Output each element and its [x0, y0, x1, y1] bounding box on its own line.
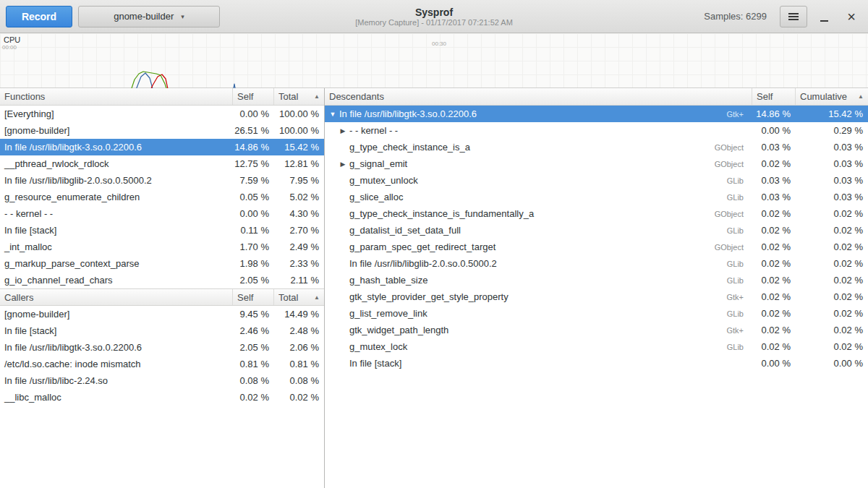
self-value: 0.11 %	[233, 225, 274, 236]
function-table-row[interactable]: g_io_channel_read_chars2.05 %2.11 %	[0, 272, 324, 288]
cumulative-value: 0.00 %	[796, 358, 868, 369]
function-table-row[interactable]: In file [stack]0.11 %2.70 %	[0, 222, 324, 239]
process-selector-dropdown[interactable]: gnome-builder ▾	[78, 6, 220, 27]
self-value: 7.59 %	[233, 175, 274, 186]
cumulative-value: 0.03 %	[796, 142, 868, 153]
descendant-table-row[interactable]: g_type_check_instance_is_fundamentally_a…	[325, 205, 868, 222]
cumulative-value: 0.02 %	[796, 208, 868, 219]
cpu-line-red	[61, 74, 239, 88]
cumulative-value: 0.02 %	[796, 291, 868, 302]
cumulative-value: 0.02 %	[796, 325, 868, 335]
caller-name: In file /usr/lib/libc-2.24.so	[0, 375, 233, 386]
samples-count: Samples: 6299	[704, 11, 774, 22]
cumulative-value: 0.29 %	[796, 125, 868, 136]
self-value: 0.03 %	[752, 142, 796, 153]
callers-table-header: Callers Self Total▲	[0, 288, 324, 306]
headerbar: Record gnome-builder ▾ Sysprof [Memory C…	[0, 0, 868, 33]
close-icon: ×	[847, 9, 856, 24]
descendant-table-row[interactable]: gtk_widget_path_lengthGtk+0.02 %0.02 %	[325, 322, 868, 338]
self-value: 0.02 %	[752, 291, 796, 302]
descendant-table-row[interactable]: g_datalist_id_set_data_fullGLib0.02 %0.0…	[325, 222, 868, 239]
content-panes: Functions Self Total▲ [Everything]0.00 %…	[0, 88, 868, 488]
caller-table-row[interactable]: /etc/ld.so.cache: inode mismatch0.81 %0.…	[0, 356, 324, 372]
column-header-functions[interactable]: Functions	[0, 88, 233, 105]
column-header-self[interactable]: Self	[752, 88, 796, 105]
descendant-table-row[interactable]: ▶- - kernel - -0.00 %0.29 %	[325, 122, 868, 139]
function-name: g_io_channel_read_chars	[0, 275, 233, 286]
self-value: 0.03 %	[752, 175, 796, 186]
descendant-name: g_type_check_instance_is_a	[348, 142, 715, 153]
total-value: 2.11 %	[274, 275, 324, 286]
right-pane: Descendants Self Cumulative▲ ▼In file /u…	[325, 88, 868, 488]
expander-collapsed-icon[interactable]: ▶	[338, 127, 348, 134]
window-title: Sysprof	[355, 6, 513, 17]
descendant-table-row[interactable]: g_hash_table_sizeGLib0.02 %0.02 %	[325, 272, 868, 288]
self-value: 14.86 %	[752, 108, 796, 119]
descendant-table-row[interactable]: gtk_style_provider_get_style_propertyGtk…	[325, 288, 868, 305]
descendant-table-row[interactable]: g_type_check_instance_is_aGObject0.03 %0…	[325, 139, 868, 155]
function-table-row[interactable]: In file /usr/lib/libgtk-3.so.0.2200.614.…	[0, 139, 324, 155]
close-button[interactable]: ×	[841, 6, 862, 27]
record-button[interactable]: Record	[6, 6, 72, 27]
library-category: GLib	[727, 226, 752, 235]
self-value: 0.05 %	[233, 192, 274, 202]
self-value: 14.86 %	[233, 142, 274, 153]
caller-table-row[interactable]: [gnome-builder]9.45 %14.49 %	[0, 306, 324, 322]
function-name: g_markup_parse_context_parse	[0, 258, 233, 269]
descendant-table-row[interactable]: g_slice_allocGLib0.03 %0.03 %	[325, 189, 868, 205]
descendant-table-row[interactable]: ▶g_signal_emitGObject0.02 %0.03 %	[325, 155, 868, 172]
total-value: 2.49 %	[274, 241, 324, 252]
descendant-name: gtk_widget_path_length	[348, 325, 726, 335]
function-table-row[interactable]: [Everything]0.00 %100.00 %	[0, 106, 324, 122]
function-name: [Everything]	[0, 108, 233, 119]
descendant-name: gtk_style_provider_get_style_property	[348, 291, 726, 302]
total-value: 0.08 %	[274, 375, 324, 386]
caller-table-row[interactable]: In file /usr/lib/libgtk-3.so.0.2200.62.0…	[0, 339, 324, 356]
time-tick-start: 00:00	[2, 44, 17, 51]
descendant-name: g_list_remove_link	[348, 308, 727, 319]
column-header-self[interactable]: Self	[233, 88, 274, 105]
function-name: _int_malloc	[0, 241, 233, 252]
column-header-cumulative[interactable]: Cumulative▲	[796, 88, 868, 105]
descendant-table-row[interactable]: In file /usr/lib/libglib-2.0.so.0.5000.2…	[325, 255, 868, 272]
descendant-table-row[interactable]: In file [stack]0.00 %0.00 %	[325, 355, 868, 372]
descendant-table-row[interactable]: g_list_remove_linkGLib0.02 %0.02 %	[325, 305, 868, 322]
caller-table-row[interactable]: In file [stack]2.46 %2.48 %	[0, 322, 324, 339]
library-category: Gtk+	[726, 110, 752, 119]
minimize-button[interactable]	[813, 6, 835, 27]
descendant-table-row[interactable]: g_mutex_unlockGLib0.03 %0.03 %	[325, 172, 868, 189]
function-table-row[interactable]: g_resource_enumerate_children0.05 %5.02 …	[0, 189, 324, 205]
library-category: GLib	[727, 260, 752, 268]
column-header-callers[interactable]: Callers	[0, 289, 233, 305]
function-table-row[interactable]: In file /usr/lib/libglib-2.0.so.0.5000.2…	[0, 172, 324, 189]
descendant-table-row[interactable]: g_mutex_lockGLib0.02 %0.02 %	[325, 338, 868, 355]
expander-collapsed-icon[interactable]: ▶	[338, 160, 348, 168]
function-table-row[interactable]: _int_malloc1.70 %2.49 %	[0, 239, 324, 255]
function-name: In file /usr/lib/libgtk-3.so.0.2200.6	[0, 142, 233, 153]
descendant-table-row[interactable]: ▼In file /usr/lib/libgtk-3.so.0.2200.6Gt…	[325, 106, 868, 122]
expander-expanded-icon[interactable]: ▼	[328, 111, 338, 118]
library-category: GObject	[715, 210, 752, 218]
self-value: 9.45 %	[233, 309, 274, 320]
total-value: 2.48 %	[274, 325, 324, 336]
function-table-row[interactable]: [gnome-builder]26.51 %100.00 %	[0, 122, 324, 139]
caller-table-row[interactable]: In file /usr/lib/libc-2.24.so0.08 %0.08 …	[0, 372, 324, 389]
descendant-name: g_param_spec_get_redirect_target	[348, 241, 715, 252]
function-table-row[interactable]: - - kernel - -0.00 %4.30 %	[0, 205, 324, 222]
library-category: GObject	[715, 243, 752, 252]
descendant-table-row[interactable]: g_param_spec_get_redirect_targetGObject0…	[325, 239, 868, 255]
column-header-total[interactable]: Total▲	[274, 88, 324, 105]
self-value: 0.00 %	[233, 208, 274, 219]
descendant-name: In file /usr/lib/libglib-2.0.so.0.5000.2	[348, 258, 727, 269]
column-header-descendants[interactable]: Descendants	[325, 88, 752, 105]
column-header-self[interactable]: Self	[233, 289, 274, 305]
caller-table-row[interactable]: __libc_malloc0.02 %0.02 %	[0, 389, 324, 406]
menu-button[interactable]	[780, 6, 807, 27]
cumulative-value: 15.42 %	[796, 108, 868, 119]
function-name: g_resource_enumerate_children	[0, 192, 233, 202]
column-header-total[interactable]: Total▲	[274, 289, 324, 305]
function-name: - - kernel - -	[0, 208, 233, 219]
cpu-line-blue	[61, 73, 239, 88]
function-table-row[interactable]: __pthread_rwlock_rdlock12.75 %12.81 %	[0, 155, 324, 172]
function-table-row[interactable]: g_markup_parse_context_parse1.98 %2.33 %	[0, 255, 324, 272]
